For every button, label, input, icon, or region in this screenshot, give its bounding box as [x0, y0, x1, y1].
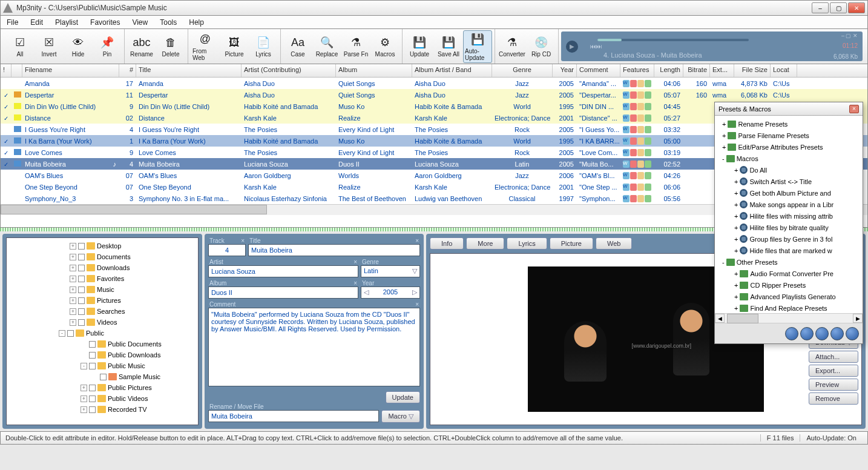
preset-btn-2[interactable] — [800, 327, 814, 340]
tree-item[interactable]: +Recorded TV — [9, 404, 196, 415]
column-header[interactable]: Album — [336, 64, 412, 77]
preset-item[interactable]: +Switch Artist <-> Title — [717, 176, 860, 187]
tab-picture[interactable]: Picture — [550, 237, 593, 250]
column-header[interactable]: Comment — [577, 64, 620, 77]
column-header[interactable]: Features — [620, 64, 654, 77]
column-header[interactable]: # — [119, 64, 136, 77]
expand-icon[interactable]: + — [734, 224, 738, 231]
play-icon[interactable]: ▶ — [566, 41, 578, 53]
checkbox[interactable] — [100, 374, 107, 380]
toolbar-parse-fn[interactable]: ⚗Parse Fn — [341, 30, 370, 63]
preset-item[interactable]: +Get both Album Picture and — [717, 187, 860, 199]
checkbox[interactable] — [89, 363, 96, 369]
expand-icon[interactable]: + — [734, 236, 738, 243]
tree-item[interactable]: +Downloads — [9, 262, 196, 273]
column-header[interactable]: ! — [1, 64, 12, 77]
player[interactable]: ▶⏮⏭4. Luciana Souza - Muita Bobeira– ▢ ✕… — [561, 31, 863, 61]
tree-item[interactable]: +Documents — [9, 251, 196, 262]
checkbox[interactable] — [78, 254, 85, 260]
checkbox[interactable] — [78, 297, 85, 304]
toolbar-picture[interactable]: 🖼Picture — [220, 30, 249, 63]
expand-icon[interactable]: + — [734, 305, 738, 312]
checkbox[interactable] — [89, 385, 96, 391]
presets-tree[interactable]: +Rename Presets+Parse Filename Presets+E… — [715, 116, 863, 313]
menu-favorites[interactable]: Favorites — [88, 17, 122, 28]
checkbox[interactable] — [89, 341, 96, 348]
remove-button[interactable]: Remove — [809, 392, 858, 405]
preset-item[interactable]: +Rename Presets — [717, 118, 860, 130]
toolbar-hide[interactable]: 👁Hide — [64, 30, 93, 63]
column-header[interactable]: Album Artist / Band — [412, 64, 492, 77]
comment-field[interactable]: "Muita Bobeira" performed by Luciana Sou… — [208, 308, 420, 386]
column-header[interactable]: Title — [136, 64, 242, 77]
expand-icon[interactable]: - — [81, 363, 87, 369]
clear-title-icon[interactable]: × — [415, 237, 419, 244]
expand-icon[interactable]: + — [734, 293, 738, 300]
toolbar-replace[interactable]: 🔍Replace — [312, 30, 341, 63]
presets-titlebar[interactable]: Presets & Macros × — [715, 102, 863, 116]
clear-album-icon[interactable]: × — [353, 280, 357, 286]
column-header[interactable] — [12, 64, 22, 77]
export-button[interactable]: Export... — [809, 365, 858, 377]
toolbar-rename[interactable]: abcRename — [127, 30, 156, 63]
genre-select[interactable]: Latin▽ — [361, 265, 420, 277]
clear-comment-icon[interactable]: × — [415, 301, 419, 308]
table-row[interactable]: Amanda17AmandaAisha DuoQuiet SongsAisha … — [1, 78, 867, 89]
toolbar-update[interactable]: 💾Update — [405, 30, 434, 63]
preset-item[interactable]: -Macros — [717, 153, 860, 164]
expand-icon[interactable]: + — [734, 178, 738, 185]
preset-item[interactable]: +Edit/Parse Attributes Presets — [717, 141, 860, 153]
preset-item[interactable]: +Audio Format Converter Pre — [717, 268, 860, 279]
expand-icon[interactable]: + — [70, 297, 76, 304]
menu-help[interactable]: Help — [186, 17, 206, 28]
presets-close-icon[interactable]: × — [849, 105, 859, 113]
preset-item[interactable]: +CD Ripper Presets — [717, 279, 860, 291]
macro-button[interactable]: Macro — [381, 410, 420, 423]
checkbox[interactable] — [89, 396, 96, 402]
expand-icon[interactable]: + — [734, 201, 738, 208]
update-button[interactable]: Update — [386, 391, 420, 403]
presets-scrollbar[interactable]: ◀▶ — [715, 313, 863, 323]
expand-icon[interactable]: + — [70, 286, 76, 293]
table-row[interactable]: ✓Despertar11DespertarAisha DuoQuiet Song… — [1, 89, 867, 101]
track-field[interactable] — [208, 244, 246, 256]
preset-item[interactable]: +Parse Filename Presets — [717, 130, 860, 141]
column-header[interactable]: Filename — [22, 64, 119, 77]
expand-icon[interactable]: + — [70, 254, 76, 260]
expand-icon[interactable]: + — [70, 276, 76, 282]
expand-icon[interactable]: + — [734, 167, 738, 174]
checkbox[interactable] — [78, 265, 85, 271]
tree-item[interactable]: +Public Videos — [9, 393, 196, 404]
presets-window[interactable]: Presets & Macros × +Rename Presets+Parse… — [714, 102, 863, 344]
expand-icon[interactable]: + — [70, 265, 76, 271]
tab-info[interactable]: Info — [430, 237, 464, 250]
minimize-button[interactable]: – — [812, 2, 829, 13]
preset-item[interactable]: +Hide files that are marked w — [717, 245, 860, 256]
expand-icon[interactable]: + — [722, 132, 726, 139]
expand-icon[interactable]: + — [734, 282, 738, 289]
preset-btn-4[interactable] — [830, 327, 844, 340]
preset-item[interactable]: +Hilite files with missing attrib — [717, 210, 860, 222]
close-button[interactable]: ✕ — [848, 2, 865, 13]
preset-btn-5[interactable] — [846, 327, 859, 340]
toolbar-pin[interactable]: 📌Pin — [93, 30, 122, 63]
preset-item[interactable]: +Hilite files by bitrate quality — [717, 222, 860, 233]
column-header[interactable]: Ext... — [710, 64, 734, 77]
folder-tree[interactable]: +Desktop+Documents+Downloads+Favorites+M… — [6, 237, 199, 425]
toolbar-auto-update[interactable]: 💾Auto-Update — [463, 30, 492, 63]
expand-icon[interactable]: - — [722, 155, 725, 162]
column-header[interactable]: Year — [553, 64, 577, 77]
expand-icon[interactable]: + — [70, 308, 76, 315]
expand-icon[interactable]: + — [734, 270, 738, 277]
menu-view[interactable]: View — [130, 17, 150, 28]
column-header[interactable]: Bitrate — [683, 64, 710, 77]
preset-item[interactable]: +Make songs appear in a Libr — [717, 199, 860, 210]
column-header[interactable]: Artist (Contributing) — [242, 64, 336, 77]
checkbox[interactable] — [78, 276, 85, 282]
expand-icon[interactable]: - — [59, 330, 65, 337]
checkbox[interactable] — [67, 330, 74, 337]
expand-icon[interactable]: - — [722, 259, 725, 266]
toolbar-invert[interactable]: ☒Invert — [35, 30, 64, 63]
tree-item[interactable]: +Pictures — [9, 295, 196, 306]
toolbar-delete[interactable]: 🗑Delete — [156, 30, 185, 63]
